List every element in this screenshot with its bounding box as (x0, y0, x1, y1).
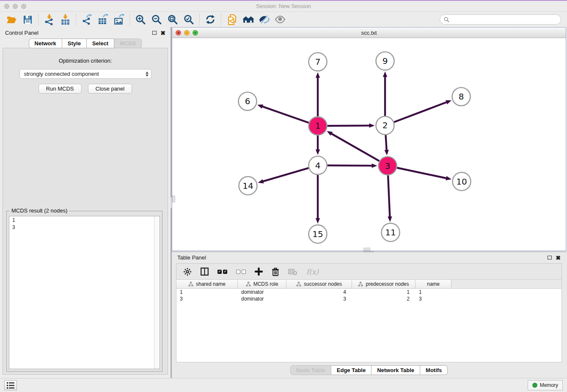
zoom-out-button[interactable] (149, 13, 165, 26)
unselect-all-columns-button[interactable] (236, 270, 246, 274)
column-header-shared-name[interactable]: shared name (176, 280, 238, 288)
mcds-result-textarea[interactable]: 1 3 (9, 216, 160, 369)
minimize-window-button[interactable] (13, 4, 18, 9)
apply-layout-button[interactable] (202, 13, 218, 26)
criterion-select[interactable]: strongly connected component (19, 69, 151, 79)
show-column-panel-button[interactable] (201, 268, 209, 276)
close-panel-button[interactable]: Close panel (88, 84, 132, 94)
hierarchy-icon (296, 282, 301, 287)
tab-mcds[interactable]: MCDS (114, 39, 142, 48)
hide-graphics-details-button[interactable] (256, 13, 272, 26)
graph-edge-arrowhead (446, 100, 451, 105)
export-table-button[interactable] (95, 13, 111, 26)
graph-edge[interactable] (327, 166, 373, 166)
graph-node-15[interactable]: 15 (309, 225, 327, 243)
window-controls (4, 4, 26, 9)
select-stepper-icon (145, 72, 149, 77)
run-mcds-button[interactable]: Run MCDS (39, 84, 82, 94)
graph-node-8[interactable]: 8 (452, 88, 471, 106)
table-rows-area[interactable]: 1 dominator 4 1 1 3 dominator 3 2 (176, 289, 561, 362)
float-table-panel-icon[interactable] (548, 256, 552, 259)
column-header-successor-nodes[interactable]: successor nodes (286, 280, 352, 288)
network-maximize-button[interactable]: + (193, 30, 198, 36)
table-row[interactable]: 3 dominator 3 2 3 (176, 295, 561, 302)
save-session-button[interactable] (19, 13, 36, 26)
tab-edge-table[interactable]: Edge Table (331, 365, 372, 375)
window-title: Session: New Session (0, 3, 567, 9)
column-header-predecessor-nodes[interactable]: predecessor nodes (352, 280, 416, 288)
graph-edge-arrowhead (316, 72, 320, 78)
zoom-out-icon (151, 14, 162, 25)
graph-edge[interactable] (327, 126, 370, 126)
delete-column-button[interactable] (272, 268, 279, 276)
graph-node-14[interactable]: 14 (239, 177, 257, 195)
graph-node-7[interactable]: 7 (309, 53, 327, 71)
tab-network-table[interactable]: Network Table (372, 365, 420, 375)
memory-button[interactable]: Memory (528, 380, 563, 390)
task-history-button[interactable] (4, 380, 17, 390)
graph-edge[interactable] (385, 135, 386, 151)
graph-node-4[interactable]: 4 (309, 156, 327, 174)
column-header-mcds-role[interactable]: MCDS role (238, 280, 286, 288)
import-table-button[interactable] (57, 13, 73, 26)
graph-node-11[interactable]: 11 (382, 223, 400, 241)
graph-edge[interactable] (330, 133, 379, 161)
tab-select[interactable]: Select (87, 39, 114, 48)
graph-node-10[interactable]: 10 (453, 172, 471, 190)
panel-splitter-horizontal[interactable] (172, 251, 566, 252)
graph-node-2[interactable]: 2 (376, 116, 394, 135)
list-icon (7, 382, 14, 389)
checked-box-icon: ✓ (217, 270, 222, 274)
result-scrollbar[interactable] (154, 216, 160, 369)
close-panel-icon[interactable]: ✖ (160, 30, 165, 36)
graph-edge[interactable] (388, 175, 390, 218)
network-minimize-button[interactable]: − (184, 30, 190, 36)
graph-node-6[interactable]: 6 (239, 92, 257, 110)
graph-node-1[interactable]: 1 (309, 117, 327, 135)
network-graph[interactable]: 1234678910111415 (172, 38, 566, 251)
create-column-button[interactable] (255, 268, 263, 276)
graph-node-label: 2 (383, 120, 388, 130)
export-image-button[interactable] (111, 13, 127, 26)
search-input[interactable] (451, 16, 557, 23)
network-canvas[interactable]: 1234678910111415 (172, 38, 566, 251)
open-file-button[interactable] (3, 13, 19, 26)
canvas-bottom-handle[interactable] (363, 248, 370, 251)
panel-splitter-vertical[interactable] (171, 27, 172, 378)
tab-node-table[interactable]: Node Table (290, 365, 331, 375)
import-network-button[interactable] (41, 13, 57, 26)
export-network-button[interactable] (79, 13, 95, 26)
control-panel-tabs: Network Style Select MCDS (0, 39, 171, 48)
tab-style[interactable]: Style (62, 39, 87, 48)
tab-network[interactable]: Network (29, 39, 62, 48)
zoom-fit-button[interactable] (165, 13, 181, 26)
duplicate-network-button[interactable] (224, 13, 240, 26)
graph-edge[interactable] (394, 102, 448, 122)
plus-icon (255, 268, 263, 276)
close-table-panel-icon[interactable]: ✖ (556, 255, 561, 261)
tab-motifs[interactable]: Motifs (420, 365, 448, 375)
header-filler (451, 280, 561, 288)
zoom-selected-button[interactable] (181, 13, 197, 26)
float-panel-icon[interactable] (152, 31, 157, 35)
maximize-window-button[interactable] (21, 4, 26, 9)
unchecked-box-icon (242, 270, 246, 274)
column-header-name[interactable]: name (416, 280, 451, 288)
graph-edge[interactable] (397, 168, 447, 178)
trash-icon (272, 268, 279, 276)
column-settings-button[interactable] (183, 268, 192, 276)
graph-node-9[interactable]: 9 (376, 52, 394, 70)
search-box[interactable] (440, 14, 561, 25)
homes-button[interactable] (240, 13, 256, 26)
canvas-left-handle[interactable] (172, 196, 175, 202)
graph-edge[interactable] (262, 168, 308, 182)
graph-edge[interactable] (261, 106, 309, 123)
show-graphics-details-button[interactable] (272, 13, 288, 26)
network-window-titlebar[interactable]: ✕ − + scc.txt (172, 28, 566, 38)
select-all-columns-button[interactable]: ✓ ✓ (217, 270, 227, 274)
network-close-button[interactable]: ✕ (176, 30, 181, 36)
graph-node-3[interactable]: 3 (379, 157, 397, 175)
table-row[interactable]: 1 dominator 4 1 1 (176, 289, 561, 295)
zoom-in-button[interactable] (132, 13, 149, 26)
close-window-button[interactable] (4, 4, 9, 9)
